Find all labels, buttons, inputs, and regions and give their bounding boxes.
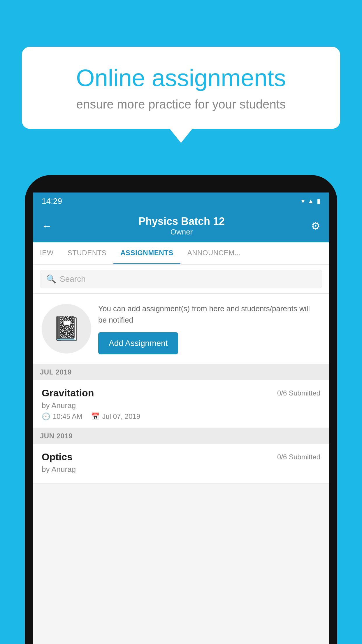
assignment-submitted-gravitation: 0/6 Submitted	[277, 389, 320, 397]
tab-students[interactable]: STUDENTS	[61, 242, 113, 264]
promo-content: You can add assignment(s) from here and …	[98, 303, 320, 354]
assignment-author-optics: by Anurag	[42, 465, 320, 474]
promo-icon-circle: 📓	[42, 304, 91, 354]
assignment-name-gravitation: Gravitation	[42, 387, 94, 399]
status-bar: 14:29 ▾ ▲ ▮	[33, 192, 329, 210]
phone-mockup: 14:29 ▾ ▲ ▮ ← Physics Batch 12 Owner ⚙ I…	[25, 175, 337, 644]
assignment-submitted-optics: 0/6 Submitted	[277, 453, 320, 461]
tab-overview[interactable]: IEW	[33, 242, 61, 264]
assignment-row-optics: Optics 0/6 Submitted	[42, 451, 320, 463]
battery-icon: ▮	[317, 197, 320, 205]
assignment-meta-gravitation: 🕙 10:45 AM 📅 Jul 07, 2019	[42, 412, 320, 421]
assignment-author-gravitation: by Anurag	[42, 401, 320, 410]
status-time: 14:29	[42, 197, 62, 206]
tab-assignments[interactable]: ASSIGNMENTS	[113, 242, 180, 264]
search-bar[interactable]: 🔍 Search	[40, 270, 322, 288]
clock-icon: 🕙	[42, 412, 50, 421]
header-subtitle: Owner	[52, 228, 311, 237]
search-container: 🔍 Search	[33, 265, 329, 294]
search-icon: 🔍	[46, 274, 56, 284]
app-header: ← Physics Batch 12 Owner ⚙	[33, 210, 329, 242]
add-assignment-button[interactable]: Add Assignment	[98, 332, 178, 354]
tab-announcements[interactable]: ANNOUNCEM...	[180, 242, 248, 264]
assignment-time-value: 10:45 AM	[53, 412, 82, 421]
assignment-row: Gravitation 0/6 Submitted	[42, 387, 320, 399]
bubble-title: Online assignments	[42, 64, 320, 92]
phone-notch	[152, 175, 210, 192]
signal-icon: ▲	[307, 197, 314, 205]
promo-text: You can add assignment(s) from here and …	[98, 303, 320, 326]
assignment-item-gravitation[interactable]: Gravitation 0/6 Submitted by Anurag 🕙 10…	[33, 380, 329, 428]
header-title: Physics Batch 12	[52, 215, 311, 228]
speech-bubble-container: Online assignments ensure more practice …	[22, 47, 340, 129]
settings-icon[interactable]: ⚙	[311, 220, 320, 232]
search-placeholder: Search	[60, 274, 86, 284]
notebook-icon: 📓	[52, 315, 81, 342]
assignment-date-value: Jul 07, 2019	[102, 412, 140, 421]
status-icons: ▾ ▲ ▮	[301, 197, 320, 205]
tabs-container: IEW STUDENTS ASSIGNMENTS ANNOUNCEM...	[33, 242, 329, 265]
section-jun-2019: JUN 2019	[33, 428, 329, 444]
wifi-icon: ▾	[301, 197, 305, 205]
back-button[interactable]: ←	[42, 220, 52, 232]
assignment-item-optics[interactable]: Optics 0/6 Submitted by Anurag	[33, 444, 329, 484]
promo-card: 📓 You can add assignment(s) from here an…	[33, 294, 329, 364]
assignment-name-optics: Optics	[42, 451, 73, 463]
assignment-date: 📅 Jul 07, 2019	[91, 412, 140, 421]
phone-screen: 14:29 ▾ ▲ ▮ ← Physics Batch 12 Owner ⚙ I…	[33, 192, 329, 644]
section-jul-2019: JUL 2019	[33, 364, 329, 380]
assignment-time: 🕙 10:45 AM	[42, 412, 82, 421]
speech-bubble: Online assignments ensure more practice …	[22, 47, 340, 129]
bubble-subtitle: ensure more practice for your students	[42, 97, 320, 111]
header-center: Physics Batch 12 Owner	[52, 215, 311, 237]
calendar-icon: 📅	[91, 412, 100, 421]
